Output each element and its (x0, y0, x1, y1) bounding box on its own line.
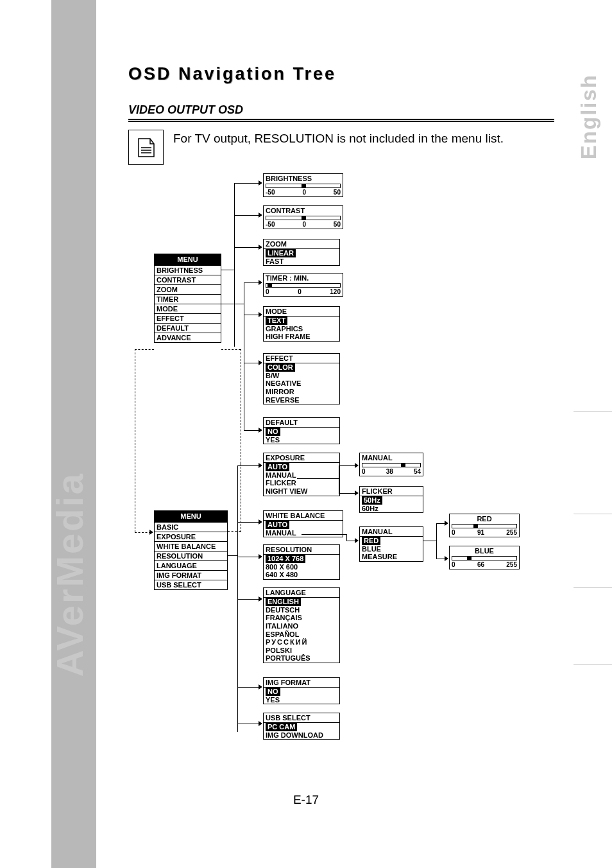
language-label: English (577, 74, 601, 159)
exposure-manual-slider: MANUAL 03854 (359, 453, 423, 476)
blue-slider: BLUE 066255 (449, 546, 520, 569)
imgformat-options: IMG FORMAT NO YES (263, 677, 340, 704)
resolution-options: RESOLUTION 1024 X 768 800 X 600 640 X 48… (263, 544, 340, 580)
note-icon (128, 130, 164, 165)
osd-tree-diagram: MENU BRIGHTNESS CONTRAST ZOOM TIMER MODE… (128, 170, 552, 748)
brightness-slider: BRIGHTNESS -50050 (263, 173, 343, 197)
effect-options: EFFECT COLOR B/W NEGATIVE MIRROR REVERSE (263, 353, 340, 404)
zoom-options: ZOOM LINEAR FAST (263, 239, 340, 266)
contrast-slider: CONTRAST -50050 (263, 205, 343, 229)
language-options: LANGUAGE ENGLISH DEUTSCH FRANÇAIS ITALIA… (263, 587, 340, 663)
menu-advance: MENU BASIC EXPOSURE WHITE BALANCE RESOLU… (154, 510, 228, 590)
section-subtitle: VIDEO OUTPUT OSD (128, 103, 554, 122)
exposure-options: EXPOSURE AUTO MANUAL FLICKER NIGHT VIEW (263, 453, 340, 496)
mode-options: MODE TEXT GRAPHICS HIGH FRAME (263, 306, 340, 342)
red-slider: RED 091255 (449, 514, 520, 537)
page-title: OSD Navigation Tree (128, 64, 554, 84)
page-number: E-17 (0, 793, 612, 807)
left-gray-bar (51, 0, 96, 868)
whitebalance-options: WHITE BALANCE AUTO MANUAL (263, 510, 343, 537)
timer-slider: TIMER : MIN. 00120 (263, 273, 343, 297)
default-options: DEFAULT NO YES (263, 417, 340, 444)
brand-label: AVerMedia (48, 472, 91, 677)
flicker-options: FLICKER 50Hz 60Hz (359, 486, 423, 513)
note-text: For TV output, RESOLUTION is not include… (173, 130, 504, 146)
usbselect-options: USB SELECT PC CAM IMG DOWNLOAD (263, 713, 340, 740)
menu-basic: MENU BRIGHTNESS CONTRAST ZOOM TIMER MODE… (154, 254, 221, 343)
wb-manual-options: MANUAL RED BLUE MEASURE (359, 526, 423, 562)
